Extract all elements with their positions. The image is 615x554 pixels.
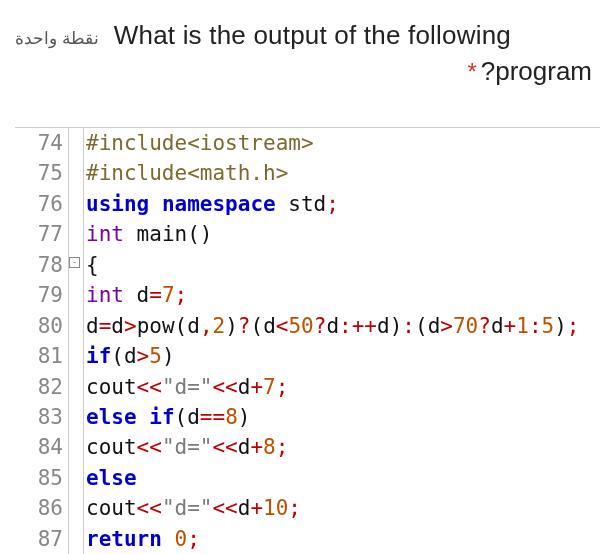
code-content: cout<<"d="<<d+10; xyxy=(84,493,301,523)
code-content: cout<<"d="<<d+7; xyxy=(84,372,288,402)
fold-column xyxy=(69,463,83,493)
code-content: #include<iostream> xyxy=(84,128,314,158)
fold-column xyxy=(69,341,83,371)
code-content: using namespace std; xyxy=(84,189,339,219)
points-label: نقطة واحدة xyxy=(15,28,99,49)
fold-column xyxy=(69,493,83,523)
fold-column xyxy=(69,402,83,432)
required-asterisk: * xyxy=(467,58,476,85)
code-line: 78-{ xyxy=(15,250,600,280)
line-number: 75 xyxy=(15,158,68,188)
fold-column xyxy=(69,158,83,188)
code-content: else if(d==8) xyxy=(84,402,250,432)
code-line: 82cout<<"d="<<d+7; xyxy=(15,372,600,402)
line-number: 87 xyxy=(15,524,68,554)
fold-column xyxy=(69,189,83,219)
fold-open-icon[interactable]: - xyxy=(69,257,80,268)
fold-column xyxy=(69,372,83,402)
code-content: d=d>pow(d,2)?(d<50?d:++d):(d>70?d+1:5); xyxy=(84,311,580,341)
line-number: 84 xyxy=(15,432,68,462)
line-number: 76 xyxy=(15,189,68,219)
fold-column: - xyxy=(69,250,83,280)
line-number: 85 xyxy=(15,463,68,493)
question-text-line2: *?program xyxy=(15,56,600,87)
fold-column xyxy=(69,524,83,554)
code-content: { xyxy=(84,250,99,280)
question-header: نقطة واحدة What is the output of the fol… xyxy=(15,20,600,51)
code-content: if(d>5) xyxy=(84,341,175,371)
fold-column xyxy=(69,432,83,462)
fold-column xyxy=(69,219,83,249)
code-block: 74#include<iostream>75#include<math.h>76… xyxy=(15,127,600,554)
code-line: 80d=d>pow(d,2)?(d<50?d:++d):(d>70?d+1:5)… xyxy=(15,311,600,341)
code-line: 75#include<math.h> xyxy=(15,158,600,188)
fold-column xyxy=(69,280,83,310)
code-content: int d=7; xyxy=(84,280,187,310)
fold-column xyxy=(69,311,83,341)
line-number: 82 xyxy=(15,372,68,402)
line-number: 79 xyxy=(15,280,68,310)
line-number: 77 xyxy=(15,219,68,249)
line-number: 78 xyxy=(15,250,68,280)
code-line: 83else if(d==8) xyxy=(15,402,600,432)
code-content: #include<math.h> xyxy=(84,158,288,188)
code-line: 87return 0; xyxy=(15,524,600,554)
question-text-line2-text: ?program xyxy=(481,56,592,86)
fold-column xyxy=(69,128,83,158)
code-line: 79int d=7; xyxy=(15,280,600,310)
line-number: 80 xyxy=(15,311,68,341)
code-content: else xyxy=(84,463,137,493)
line-number: 74 xyxy=(15,128,68,158)
question-text-line1: What is the output of the following xyxy=(114,20,511,51)
code-line: 84cout<<"d="<<d+8; xyxy=(15,432,600,462)
code-content: cout<<"d="<<d+8; xyxy=(84,432,288,462)
code-line: 74#include<iostream> xyxy=(15,128,600,158)
line-number: 86 xyxy=(15,493,68,523)
code-line: 77int main() xyxy=(15,219,600,249)
line-number: 83 xyxy=(15,402,68,432)
code-line: 85else xyxy=(15,463,600,493)
line-number: 81 xyxy=(15,341,68,371)
code-line: 81if(d>5) xyxy=(15,341,600,371)
code-content: int main() xyxy=(84,219,212,249)
code-line: 86cout<<"d="<<d+10; xyxy=(15,493,600,523)
code-content: return 0; xyxy=(84,524,200,554)
code-line: 76using namespace std; xyxy=(15,189,600,219)
